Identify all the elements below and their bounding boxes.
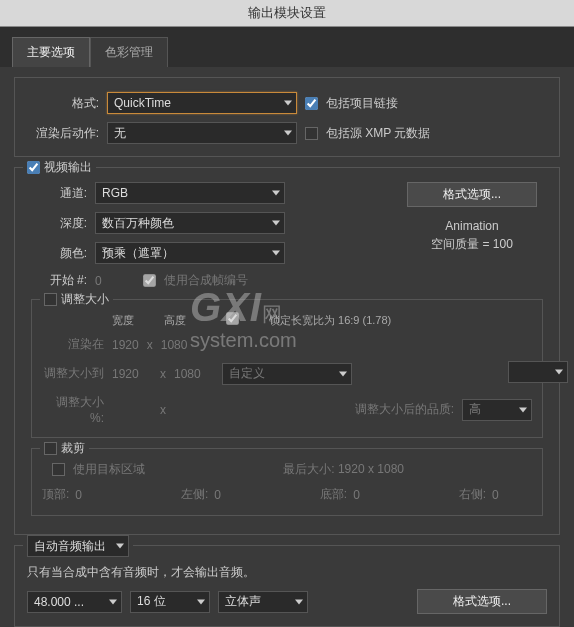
channel-dropdown[interactable]: RGB — [95, 182, 285, 204]
lock-aspect-checkbox — [226, 312, 239, 325]
window-title: 输出模块设置 — [0, 0, 574, 27]
height-header: 高度 — [164, 313, 186, 328]
tab-color[interactable]: 色彩管理 — [90, 37, 168, 67]
chevron-down-icon — [519, 407, 527, 412]
video-output-checkbox[interactable] — [27, 161, 40, 174]
crop-top-label: 顶部: — [42, 486, 69, 503]
crop-right-label: 右侧: — [459, 486, 486, 503]
audio-note: 只有当合成中含有音频时，才会输出音频。 — [27, 564, 255, 581]
format-value: QuickTime — [114, 96, 171, 110]
x-label: x — [147, 338, 153, 352]
depth-label: 深度: — [27, 215, 87, 232]
final-size-label: 最后大小: 1920 x 1080 — [283, 461, 404, 478]
chevron-down-icon — [116, 544, 124, 549]
x-label: x — [160, 403, 166, 417]
start-num-label: 开始 #: — [27, 272, 87, 289]
chevron-down-icon — [197, 599, 205, 604]
chevron-down-icon — [284, 101, 292, 106]
use-roi-checkbox — [52, 463, 65, 476]
crop-legend: 裁剪 — [61, 440, 85, 457]
resize-quality-value: 高 — [469, 401, 481, 418]
depth-dropdown[interactable]: 数百万种颜色 — [95, 212, 285, 234]
crop-left-value[interactable]: 0 — [214, 488, 254, 502]
audio-channels-dropdown[interactable]: 立体声 — [218, 591, 308, 613]
chevron-down-icon — [109, 599, 117, 604]
crop-bottom-label: 底部: — [320, 486, 347, 503]
color-value: 预乘（遮罩） — [102, 245, 174, 262]
channel-value: RGB — [102, 186, 128, 200]
format-section: 格式: QuickTime 包括项目链接 渲染后动作: 无 包括源 XMP 元数… — [14, 77, 560, 157]
chevron-down-icon — [339, 371, 347, 376]
resize-preset-value: 自定义 — [229, 365, 265, 382]
chevron-down-icon — [295, 599, 303, 604]
resize-percent-label: 调整大小 %: — [42, 394, 104, 425]
include-xmp-label: 包括源 XMP 元数据 — [326, 125, 430, 142]
color-label: 颜色: — [27, 245, 87, 262]
audio-channels-value: 立体声 — [225, 593, 261, 610]
crop-section: 裁剪 使用目标区域 最后大小: 1920 x 1080 顶部: 0 左侧: 0 … — [31, 448, 543, 516]
audio-section: 自动音频输出 只有当合成中含有音频时，才会输出音频。 48.000 ... 16… — [14, 545, 560, 627]
resize-quality-label: 调整大小后的品质: — [355, 401, 454, 418]
crop-right-value[interactable]: 0 — [492, 488, 532, 502]
render-width: 1920 — [112, 338, 139, 352]
include-xmp-checkbox[interactable] — [305, 127, 318, 140]
resize-width[interactable]: 1920 — [112, 367, 152, 381]
main-panel: 格式: QuickTime 包括项目链接 渲染后动作: 无 包括源 XMP 元数… — [0, 67, 574, 627]
resize-section: 调整大小 宽度 高度 锁定长宽比为 16:9 (1.78) 渲染在 1920 x… — [31, 299, 543, 438]
crop-bottom-value[interactable]: 0 — [353, 488, 393, 502]
resize-preset-dropdown: 自定义 — [222, 363, 352, 385]
audio-mode-value: 自动音频输出 — [34, 538, 106, 555]
resize-quality-dropdown: 高 — [462, 399, 532, 421]
include-project-link-label: 包括项目链接 — [326, 95, 398, 112]
use-comp-num-label: 使用合成帧编号 — [164, 272, 248, 289]
post-action-dropdown[interactable]: 无 — [107, 122, 297, 144]
chevron-down-icon — [272, 191, 280, 196]
include-project-link-checkbox[interactable] — [305, 97, 318, 110]
crop-left-label: 左侧: — [181, 486, 208, 503]
audio-rate-dropdown[interactable]: 48.000 ... — [27, 591, 122, 613]
format-label: 格式: — [27, 95, 99, 112]
render-at-label: 渲染在 — [42, 336, 104, 353]
chevron-down-icon — [272, 221, 280, 226]
channel-label: 通道: — [27, 185, 87, 202]
video-output-section: 视频输出 通道: RGB 深度: 数百万 — [14, 167, 560, 535]
chevron-down-icon — [555, 370, 563, 375]
resize-to-label: 调整大小到 — [42, 365, 104, 382]
x-label: x — [160, 367, 166, 381]
audio-rate-value: 48.000 ... — [34, 595, 84, 609]
audio-format-options-button[interactable]: 格式选项... — [417, 589, 547, 614]
codec-quality: 空间质量 = 100 — [397, 235, 547, 253]
format-dropdown[interactable]: QuickTime — [107, 92, 297, 114]
start-num-value[interactable]: 0 — [95, 274, 135, 288]
use-roi-label: 使用目标区域 — [73, 461, 145, 478]
lock-aspect-label: 锁定长宽比为 16:9 (1.78) — [269, 313, 391, 328]
audio-mode-dropdown[interactable]: 自动音频输出 — [27, 535, 129, 557]
crop-top-value[interactable]: 0 — [75, 488, 115, 502]
width-header: 宽度 — [112, 313, 134, 328]
tab-main[interactable]: 主要选项 — [12, 37, 90, 67]
video-output-legend: 视频输出 — [44, 159, 92, 176]
crop-checkbox[interactable] — [44, 442, 57, 455]
codec-name: Animation — [397, 217, 547, 235]
render-height: 1080 — [161, 338, 188, 352]
post-action-label: 渲染后动作: — [27, 125, 99, 142]
chevron-down-icon — [272, 251, 280, 256]
depth-value: 数百万种颜色 — [102, 215, 174, 232]
resize-height[interactable]: 1080 — [174, 367, 214, 381]
use-comp-num-checkbox — [143, 274, 156, 287]
chevron-down-icon — [284, 131, 292, 136]
resize-checkbox[interactable] — [44, 293, 57, 306]
audio-bits-dropdown[interactable]: 16 位 — [130, 591, 210, 613]
tab-bar: 主要选项 色彩管理 — [0, 27, 574, 67]
audio-bits-value: 16 位 — [137, 593, 166, 610]
resize-legend: 调整大小 — [61, 291, 109, 308]
video-format-options-button[interactable]: 格式选项... — [407, 182, 537, 207]
color-dropdown[interactable]: 预乘（遮罩） — [95, 242, 285, 264]
post-action-value: 无 — [114, 125, 126, 142]
resize-extra-dropdown — [508, 361, 568, 383]
